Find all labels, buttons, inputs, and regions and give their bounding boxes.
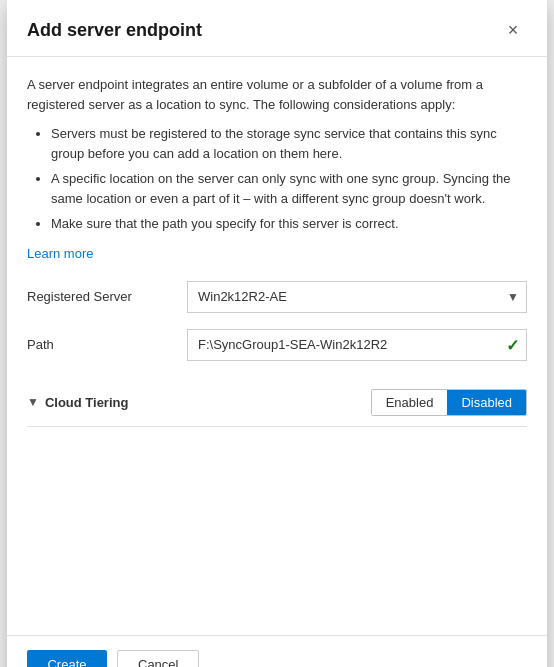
create-button[interactable]: Create xyxy=(27,650,107,668)
add-server-endpoint-dialog: Add server endpoint × A server endpoint … xyxy=(7,0,547,667)
learn-more-link[interactable]: Learn more xyxy=(27,246,93,261)
registered-server-label: Registered Server xyxy=(27,289,187,304)
registered-server-row: Registered Server Win2k12R2-AE ▼ xyxy=(27,281,527,313)
path-label: Path xyxy=(27,337,187,352)
close-button[interactable]: × xyxy=(499,16,527,44)
cancel-button[interactable]: Cancel xyxy=(117,650,199,668)
dialog-footer: Create Cancel xyxy=(7,635,547,668)
intro-description: A server endpoint integrates an entire v… xyxy=(27,75,527,114)
bullet-item-1: Servers must be registered to the storag… xyxy=(51,124,527,163)
path-input[interactable] xyxy=(187,329,527,361)
dialog-header: Add server endpoint × xyxy=(7,0,547,57)
bullet-item-3: Make sure that the path you specify for … xyxy=(51,214,527,234)
cloud-tiering-section: ▼ Cloud Tiering Enabled Disabled xyxy=(27,377,527,427)
dialog-body: A server endpoint integrates an entire v… xyxy=(7,57,547,627)
enabled-toggle-button[interactable]: Enabled xyxy=(372,390,448,415)
dialog-title: Add server endpoint xyxy=(27,20,202,41)
registered-server-select[interactable]: Win2k12R2-AE xyxy=(187,281,527,313)
bullet-item-2: A specific location on the server can on… xyxy=(51,169,527,208)
path-control: ✓ xyxy=(187,329,527,361)
content-area xyxy=(27,427,527,627)
bullet-list: Servers must be registered to the storag… xyxy=(27,124,527,234)
cloud-tiering-title: Cloud Tiering xyxy=(45,395,129,410)
disabled-toggle-button[interactable]: Disabled xyxy=(447,390,526,415)
section-header-left: ▼ Cloud Tiering xyxy=(27,395,128,410)
cloud-tiering-toggle: Enabled Disabled xyxy=(371,389,527,416)
registered-server-control: Win2k12R2-AE ▼ xyxy=(187,281,527,313)
path-row: Path ✓ xyxy=(27,329,527,361)
checkmark-icon: ✓ xyxy=(506,335,519,354)
chevron-icon[interactable]: ▼ xyxy=(27,395,39,409)
